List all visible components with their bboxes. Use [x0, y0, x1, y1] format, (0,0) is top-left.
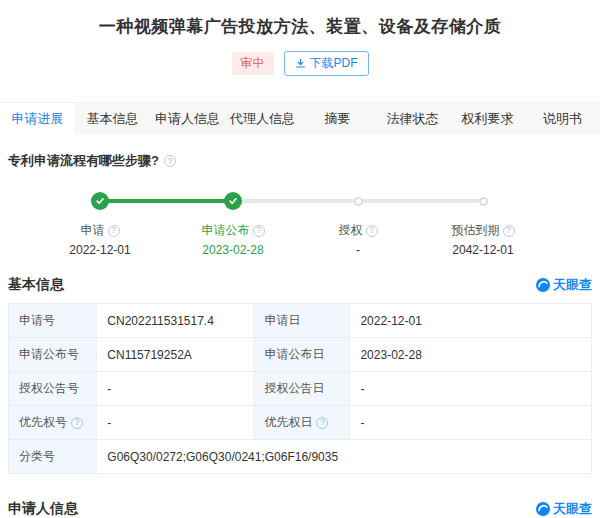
process-heading: 专利申请流程有哪些步骤? ?: [8, 152, 592, 170]
help-icon[interactable]: ?: [503, 225, 515, 237]
applicant-info-title: 申请人信息: [8, 500, 78, 518]
header-badges: 审中 下载PDF: [0, 51, 600, 76]
timeline-step-label: 申请公布?: [202, 222, 265, 239]
tianyancha-logo: 天眼查: [536, 500, 592, 518]
field-value: -: [96, 372, 253, 405]
page-title: 一种视频弹幕广告投放方法、装置、设备及存储介质: [0, 15, 600, 38]
field-value: 2022-12-01: [349, 304, 591, 337]
applicant-info-header: 申请人信息 天眼查: [8, 500, 592, 518]
help-icon[interactable]: ?: [108, 225, 120, 237]
timeline-segment: [233, 199, 358, 203]
help-icon[interactable]: ?: [253, 225, 265, 237]
help-icon[interactable]: ?: [316, 417, 328, 429]
download-pdf-label: 下载PDF: [310, 55, 358, 72]
tianyancha-logo-text: 天眼查: [553, 276, 592, 294]
tab-法律状态[interactable]: 法律状态: [375, 103, 450, 134]
tab-代理人信息[interactable]: 代理人信息: [225, 103, 300, 134]
timeline-step-date: 2022-12-01: [35, 243, 165, 257]
field-label: 优先权日?: [253, 406, 349, 439]
basic-info-table: 申请号CN202211531517.4申请日2022-12-01申请公布号CN1…: [8, 303, 592, 474]
main-content: 专利申请流程有哪些步骤? ? 申请?2022-12-01申请公布?2023-02…: [0, 152, 600, 518]
timeline-step-label: 申请?: [81, 222, 120, 239]
download-pdf-button[interactable]: 下载PDF: [284, 51, 369, 76]
process-heading-label: 专利申请流程有哪些步骤?: [8, 152, 159, 170]
help-icon[interactable]: ?: [366, 225, 378, 237]
field-label: 授权公告日: [253, 372, 349, 405]
table-row: 优先权号?-优先权日?-: [9, 406, 591, 440]
tab-权利要求[interactable]: 权利要求: [450, 103, 525, 134]
field-value: -: [96, 406, 253, 439]
timeline-step-预估到期: 预估到期?2042-12-01: [418, 220, 548, 257]
help-icon[interactable]: ?: [71, 417, 83, 429]
tab-基本信息[interactable]: 基本信息: [75, 103, 150, 134]
field-value: CN115719252A: [96, 338, 253, 371]
timeline-step-label: 预估到期?: [452, 222, 515, 239]
patent-timeline: 申请?2022-12-01申请公布?2023-02-28授权?-预估到期?204…: [8, 178, 592, 250]
tianyancha-logo-icon: [536, 278, 550, 292]
tianyancha-logo-icon: [536, 502, 550, 516]
field-label: 授权公告号: [9, 372, 96, 405]
pending-dot-icon: [354, 197, 363, 206]
basic-info-header: 基本信息 天眼查: [8, 276, 592, 294]
status-badge: 审中: [232, 52, 274, 75]
check-icon: [224, 192, 242, 210]
table-row: 分类号G06Q30/0272;G06Q30/0241;G06F16/9035: [9, 440, 591, 474]
field-label: 申请日: [253, 304, 349, 337]
tianyancha-logo: 天眼查: [536, 276, 592, 294]
field-value: 2023-02-28: [349, 338, 591, 371]
field-value: G06Q30/0272;G06Q30/0241;G06F16/9035: [96, 440, 591, 473]
field-label: 申请公布日: [253, 338, 349, 371]
field-value: CN202211531517.4: [96, 304, 253, 337]
field-label: 申请公布号: [9, 338, 96, 371]
table-row: 授权公告号-授权公告日-: [9, 372, 591, 406]
timeline-step-date: -: [293, 243, 423, 257]
timeline-segment: [100, 199, 233, 203]
timeline-step-授权: 授权?-: [293, 220, 423, 257]
tab-申请人信息[interactable]: 申请人信息: [150, 103, 225, 134]
timeline-segment: [358, 199, 483, 203]
field-label: 分类号: [9, 440, 96, 473]
page-header: 一种视频弹幕广告投放方法、装置、设备及存储介质 审中 下载PDF: [0, 0, 600, 76]
download-icon: [295, 58, 306, 69]
timeline-step-date: 2042-12-01: [418, 243, 548, 257]
table-row: 申请公布号CN115719252A申请公布日2023-02-28: [9, 338, 591, 372]
tab-摘要[interactable]: 摘要: [300, 103, 375, 134]
tab-申请进展[interactable]: 申请进展: [0, 103, 75, 134]
tab-bar: 申请进展基本信息申请人信息代理人信息摘要法律状态权利要求说明书: [0, 102, 600, 134]
check-icon: [91, 192, 109, 210]
basic-info-title: 基本信息: [8, 276, 64, 294]
field-label: 申请号: [9, 304, 96, 337]
pending-dot-icon: [479, 197, 488, 206]
table-row: 申请号CN202211531517.4申请日2022-12-01: [9, 304, 591, 338]
tianyancha-logo-text: 天眼查: [553, 500, 592, 518]
timeline-step-label: 授权?: [339, 222, 378, 239]
timeline-step-申请公布: 申请公布?2023-02-28: [168, 220, 298, 257]
help-icon[interactable]: ?: [164, 155, 176, 167]
tab-说明书[interactable]: 说明书: [525, 103, 600, 134]
field-value: -: [349, 406, 591, 439]
timeline-step-申请: 申请?2022-12-01: [35, 220, 165, 257]
field-label: 优先权号?: [9, 406, 96, 439]
timeline-step-date: 2023-02-28: [168, 243, 298, 257]
field-value: -: [349, 372, 591, 405]
